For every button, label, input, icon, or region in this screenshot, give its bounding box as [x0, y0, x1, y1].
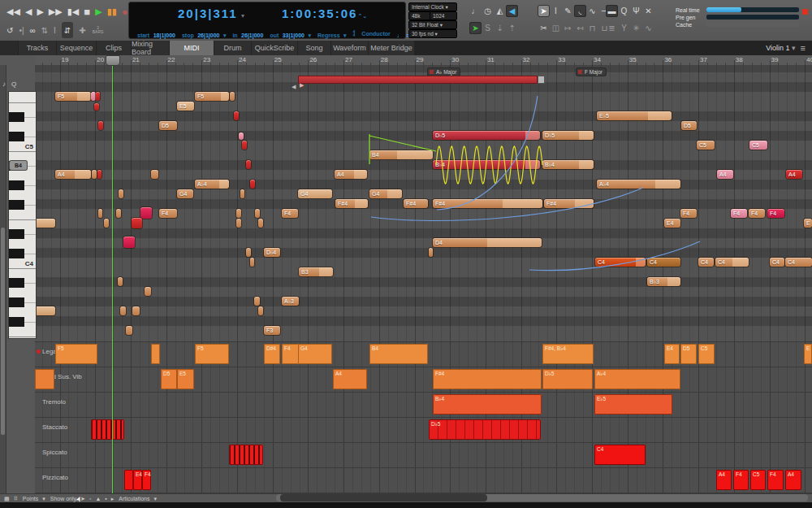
midi-note[interactable]: F4: [749, 209, 765, 218]
midi-note[interactable]: [230, 92, 235, 101]
midi-note[interactable]: B♭4: [433, 160, 540, 169]
small-square-icon[interactable]: ▪: [105, 496, 106, 501]
list-icon[interactable]: ≣: [606, 22, 618, 34]
note-zoom-icon[interactable]: ♪: [2, 80, 6, 88]
midi-note[interactable]: E4: [664, 219, 680, 228]
midi-note[interactable]: B3: [299, 267, 333, 276]
articulation-block[interactable]: A4: [333, 369, 367, 389]
articulation-block[interactable]: C5: [750, 470, 766, 490]
midi-note[interactable]: [236, 209, 241, 218]
midi-note[interactable]: [242, 141, 247, 150]
tab-drum[interactable]: Drum: [214, 41, 251, 55]
mini-menu-icon[interactable]: ≡: [801, 43, 806, 53]
selection-end-handle[interactable]: [538, 76, 545, 84]
shift-up-icon[interactable]: ⇡: [506, 22, 518, 34]
articulations-selector[interactable]: Articulations: [119, 496, 149, 501]
undo-icon[interactable]: ↺: [6, 23, 13, 37]
wave-tool-icon[interactable]: ∿: [586, 5, 598, 17]
ibeam-tool-icon[interactable]: I: [550, 5, 562, 17]
midi-note[interactable]: C4: [785, 258, 812, 267]
key-signature-marker[interactable]: F Major: [577, 68, 606, 76]
triangle-filter-icon[interactable]: ▲: [95, 496, 101, 501]
regress-selector[interactable]: Regress ▾: [317, 26, 347, 41]
points-caret-icon[interactable]: ▾: [42, 496, 45, 502]
midi-note[interactable]: [145, 287, 151, 296]
midi-note[interactable]: A♭4: [597, 180, 680, 189]
midi-note[interactable]: [123, 237, 135, 248]
pause-button[interactable]: ▮▮: [107, 4, 117, 19]
midi-note[interactable]: [151, 170, 158, 179]
midi-note[interactable]: A4: [335, 170, 367, 179]
zoom-tool-icon[interactable]: Q: [618, 5, 630, 17]
articulation-block[interactable]: A4: [716, 470, 732, 490]
magnify-icon[interactable]: Q: [11, 80, 16, 88]
punch-icon[interactable]: •|: [19, 23, 24, 37]
midi-note[interactable]: F#4: [544, 199, 594, 208]
articulation-block[interactable]: F#4, B♭4: [542, 344, 594, 364]
midi-note[interactable]: [258, 219, 263, 228]
midi-note[interactable]: D5: [159, 121, 177, 130]
frame-rate-selector[interactable]: 30 fps nd ▾: [408, 29, 457, 38]
midi-note[interactable]: A♭3: [282, 297, 299, 306]
midi-note[interactable]: [98, 209, 102, 218]
midi-note[interactable]: F5: [55, 92, 91, 101]
midi-note[interactable]: D5: [681, 121, 697, 130]
midi-note[interactable]: [234, 111, 239, 120]
reshape-tool-icon[interactable]: ◟: [574, 5, 586, 17]
square-filter-icon[interactable]: ▫: [89, 496, 91, 501]
piano-keyboard[interactable]: C5C4B4: [8, 91, 37, 339]
markers-icon[interactable]: ◭: [494, 5, 506, 17]
midi-note[interactable]: D♭5: [542, 131, 594, 140]
midi-note[interactable]: [258, 306, 263, 315]
bar-beat-counter[interactable]: 20|3|311 ▾: [178, 7, 244, 21]
black-key-Db4[interactable]: [9, 249, 24, 258]
articulation-block[interactable]: [151, 344, 160, 364]
track-selector[interactable]: Violin 1 ▾: [766, 44, 795, 52]
black-key-Eb4[interactable]: [9, 229, 24, 239]
slur-icon[interactable]: S: [482, 22, 494, 34]
midi-note[interactable]: G4: [177, 189, 193, 198]
clock-source-selector[interactable]: Internal Clock ▾: [408, 2, 457, 11]
midi-note[interactable]: [98, 121, 103, 130]
tab-quickscribe[interactable]: QuickScribe: [252, 41, 297, 55]
selection-range-bar[interactable]: ▶: [298, 76, 538, 84]
clock-icon[interactable]: ◷: [482, 5, 494, 17]
midi-note[interactable]: [35, 306, 55, 315]
midi-note[interactable]: [132, 306, 140, 315]
autoscroll-icon[interactable]: ➤: [469, 22, 482, 34]
midi-note[interactable]: F3: [264, 326, 280, 335]
midi-note[interactable]: [97, 170, 102, 179]
articulation-block[interactable]: D♭5: [429, 419, 541, 440]
midi-note[interactable]: [254, 297, 260, 306]
articulation-block[interactable]: [229, 445, 263, 465]
midi-note[interactable]: A4: [717, 170, 733, 179]
tuning-fork-icon[interactable]: Ψ: [630, 5, 642, 17]
midi-note[interactable]: F4: [282, 209, 298, 218]
articulation-block[interactable]: D5: [161, 369, 177, 389]
midi-note[interactable]: [35, 219, 55, 228]
tab-waveform[interactable]: Waveform: [331, 41, 368, 55]
tab-song[interactable]: Song: [298, 41, 330, 55]
midi-note[interactable]: C5: [749, 141, 767, 150]
midi-note[interactable]: G4: [369, 189, 402, 198]
note-grid[interactable]: LegatoF5F5D#4F4G4B4F#4, B♭4E4D5C5ESord S…: [35, 65, 812, 493]
midi-note[interactable]: B♭3: [647, 277, 680, 286]
dots-view-icon[interactable]: ⠿: [14, 496, 18, 502]
midi-note[interactable]: E: [804, 219, 812, 228]
scissors-tool-icon[interactable]: ✂: [538, 22, 550, 34]
expand-icon[interactable]: ▸: [111, 496, 114, 502]
fast-forward-button[interactable]: ▶▶: [49, 4, 63, 19]
pointer-tool-icon[interactable]: ➤: [538, 5, 550, 17]
pencil-tool-icon[interactable]: ✎: [562, 5, 574, 17]
midi-note[interactable]: [140, 207, 152, 219]
midi-note[interactable]: B♭4: [542, 160, 594, 169]
midi-note[interactable]: [116, 209, 121, 218]
midi-note[interactable]: [429, 248, 433, 257]
articulation-block[interactable]: E5: [177, 369, 194, 389]
mute-tool-icon[interactable]: ▬: [606, 5, 618, 17]
memory-start-marker[interactable]: ◀: [292, 84, 296, 90]
articulation-block[interactable]: A♭4: [594, 369, 680, 389]
midi-note[interactable]: [126, 326, 132, 335]
midi-note[interactable]: F#4: [404, 199, 428, 208]
midi-note[interactable]: F4: [767, 209, 784, 218]
